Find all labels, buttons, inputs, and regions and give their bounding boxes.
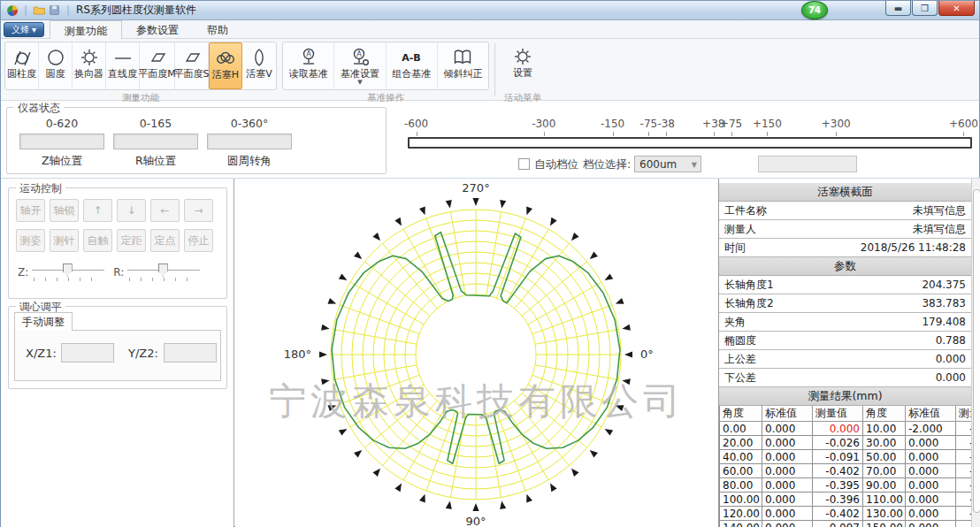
ribbon-group-2: A读取基准A基准设置▼A-B组合基准倾斜纠正基准操作: [282, 42, 489, 104]
roundness-icon: [45, 45, 66, 69]
table-row[interactable]: 140.000.000-0.097150.000.000-0.061: [720, 521, 980, 527]
ribbon-button-圆柱度[interactable]: 圆柱度: [5, 42, 39, 89]
datum-read-icon: A: [298, 45, 319, 69]
yz2-input[interactable]: [164, 343, 217, 363]
motion-button-测针[interactable]: 测针: [50, 229, 79, 252]
motion-button-←[interactable]: ←: [150, 199, 180, 222]
ribbon-tabs: 测量功能参数设置帮助: [50, 20, 242, 39]
motion-button-轴开[interactable]: 轴开: [16, 199, 45, 222]
title-bar: | | RS系列圆柱度仪测量软件 74 ▬ ❐ ✕: [1, 1, 979, 20]
axis-status-2: 0-165R轴位置: [113, 117, 198, 169]
info-label: 长轴角度2: [724, 296, 774, 311]
book-icon: [452, 45, 473, 69]
minimize-button[interactable]: ▬: [885, 1, 911, 16]
motion-button-→[interactable]: →: [184, 199, 213, 222]
table-row[interactable]: 100.000.000-0.396110.000.000-0.194: [720, 493, 980, 507]
status-row: 仪器状态 0-620Z轴位置0-165R轴位置0-360°圆周转角 -600-3…: [1, 102, 979, 178]
left-panel: 运动控制 轴开轴锁↑↓←→ 测姿测针自触定距定点停止 Z: R:: [1, 179, 234, 527]
motion-button-定点[interactable]: 定点: [150, 229, 180, 252]
info-row: 下公差0.000: [719, 369, 971, 387]
ribbon-button-换向器[interactable]: 换向器: [73, 42, 106, 89]
tab-2[interactable]: 参数设置: [122, 20, 193, 39]
section-header: 测量结果(mm): [719, 387, 971, 406]
scale-tick-label: -150: [601, 118, 624, 130]
group-legend: 仪器状态: [14, 101, 64, 116]
motion-button-定距[interactable]: 定距: [117, 229, 146, 252]
scale-tick-label: +600: [949, 118, 978, 130]
svg-text:A: A: [356, 50, 362, 58]
app-logo-icon: [4, 3, 19, 18]
scale-tick-label: +75: [720, 118, 742, 130]
ribbon-button-活塞V[interactable]: 活塞V: [242, 42, 276, 89]
ribbon-button-组合基准[interactable]: A-B组合基准: [387, 42, 438, 89]
polar-chart: 270°90°180°0° 宁波森泉科技有限公司: [235, 179, 718, 527]
status-badge: 74: [801, 1, 828, 19]
file-menu-button[interactable]: 义烽 ▾: [4, 22, 44, 37]
table-row[interactable]: 120.000.000-0.402130.000.000-0.137: [720, 507, 980, 521]
table-row[interactable]: 60.000.000-0.40270.000.000-0.398: [720, 464, 980, 478]
results-col-header: 角度: [863, 406, 906, 422]
results-col-header: 测量值: [813, 406, 863, 422]
xz1-input[interactable]: [61, 343, 114, 363]
motion-button-自触[interactable]: 自触: [83, 229, 112, 252]
motion-button-停止[interactable]: 停止: [184, 229, 213, 252]
info-row: 长轴角度2383.783: [719, 294, 971, 313]
auto-range-checkbox[interactable]: [518, 158, 530, 170]
range-select[interactable]: 600um ▼: [634, 156, 701, 172]
ribbon-group-3: 设置活动菜单: [501, 42, 544, 104]
gear-icon: [512, 44, 533, 68]
ribbon-button-圆度[interactable]: 圆度: [39, 42, 73, 89]
svg-text:A: A: [306, 50, 311, 58]
table-row[interactable]: 40.000.000-0.09150.000.000-0.407: [720, 450, 980, 464]
r-slider[interactable]: [127, 263, 200, 282]
chevron-down-icon: ▼: [692, 161, 697, 169]
info-value: 204.375: [922, 279, 966, 291]
ribbon-button-直线度[interactable]: 直线度: [106, 42, 140, 89]
motion-button-↑[interactable]: ↑: [83, 199, 112, 222]
gear-icon: [79, 45, 100, 69]
table-row[interactable]: 80.000.000-0.39590.000.000-0.394: [720, 478, 980, 493]
motion-button-↓[interactable]: ↓: [117, 199, 146, 222]
info-label: 下公差: [724, 370, 756, 386]
table-row[interactable]: 0.000.0000.00010.00-2.000-0.006: [720, 422, 980, 436]
range-select-label: 档位选择:: [583, 157, 631, 172]
tab-1[interactable]: 测量功能: [50, 20, 122, 40]
main-area: 运动控制 轴开轴锁↑↓←→ 测姿测针自触定距定点停止 Z: R:: [1, 178, 980, 527]
z-slider[interactable]: [32, 263, 104, 282]
r-slider-thumb[interactable]: [158, 264, 168, 277]
open-file-icon[interactable]: [32, 3, 47, 18]
range-value-input[interactable]: [758, 156, 857, 172]
motion-button-测姿[interactable]: 测姿: [16, 229, 45, 252]
info-label: 椭圆度: [724, 333, 756, 348]
ab-icon: A-B: [401, 45, 422, 69]
scrollbar-thumb[interactable]: [973, 189, 980, 513]
maximize-button[interactable]: ❐: [912, 1, 938, 16]
close-button[interactable]: ✕: [938, 1, 975, 16]
ribbon-button-活塞H[interactable]: 活塞H: [209, 42, 242, 89]
scrollbar[interactable]: [971, 179, 980, 527]
info-label: 工件名称: [724, 203, 767, 218]
svg-text:180°: 180°: [284, 348, 311, 361]
info-value: 0.788: [936, 334, 966, 347]
chevron-down-icon: ▾: [32, 25, 36, 34]
save-icon[interactable]: [47, 3, 62, 18]
ribbon-button-设置[interactable]: 设置: [501, 42, 544, 90]
info-row: 上公差0.000: [719, 350, 971, 369]
motion-button-轴锁[interactable]: 轴锁: [50, 199, 79, 222]
svg-text:90°: 90°: [465, 515, 486, 527]
ribbon-button-读取基准[interactable]: A读取基准: [283, 42, 334, 89]
ribbon-button-基准设置[interactable]: A基准设置▼: [334, 42, 386, 89]
ribbon-group-1: 圆柱度圆度换向器直线度平面度M平面度S活塞H活塞V测量功能: [4, 42, 277, 104]
tab-3[interactable]: 帮助: [193, 20, 242, 39]
ribbon-button-平面度S[interactable]: 平面度S: [175, 42, 209, 89]
info-row: 工件名称未填写信息: [719, 202, 971, 220]
ribbon-button-倾斜纠正[interactable]: 倾斜纠正: [438, 42, 488, 89]
ribbon-button-平面度M[interactable]: 平面度M: [140, 42, 175, 89]
z-slider-label: Z:: [18, 266, 28, 279]
piston-h-icon: [215, 46, 236, 70]
z-slider-thumb[interactable]: [63, 264, 73, 277]
scale-tick-label: +150: [753, 118, 782, 130]
table-row[interactable]: 20.000.000-0.02630.000.000-0.052: [720, 436, 980, 450]
right-panel: 活塞横截面工件名称未填写信息测量人未填写信息时间2018/5/26 11:48:…: [718, 179, 980, 527]
manual-adjust-tab[interactable]: 手动调整: [14, 312, 73, 331]
